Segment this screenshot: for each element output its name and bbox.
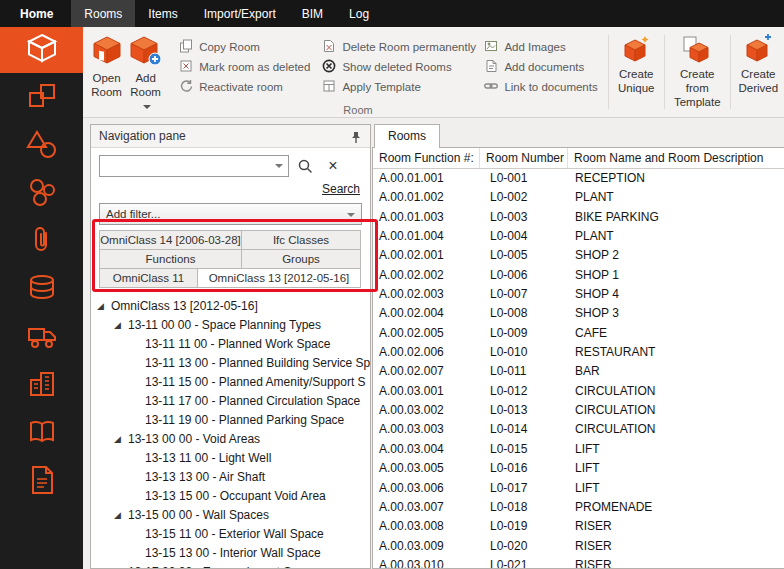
tab-omniclass-13[interactable]: OmniClass 13 [2012-05-16] bbox=[197, 268, 361, 288]
collapse-icon[interactable] bbox=[114, 320, 128, 330]
search-link[interactable]: Search bbox=[322, 182, 360, 196]
table-row[interactable]: A.00.03.006L0-017LIFT bbox=[373, 479, 784, 498]
clear-search-button[interactable]: × bbox=[321, 155, 345, 177]
create-from-template-button[interactable]: Create from Template bbox=[668, 32, 727, 109]
menu-rooms[interactable]: Rooms bbox=[71, 0, 135, 27]
tab-groups[interactable]: Groups bbox=[241, 249, 361, 269]
rail-paperclip-button[interactable] bbox=[0, 219, 83, 265]
tree-item[interactable]: 13-11 00 00 - Space Planning Types bbox=[91, 315, 370, 334]
navigation-pane-header: Navigation pane bbox=[91, 125, 370, 148]
table-row[interactable]: A.00.03.005L0-016LIFT bbox=[373, 459, 784, 478]
column-header-room-name[interactable]: Room Name and Room Description bbox=[568, 148, 784, 168]
tree-item[interactable]: 13-11 19 00 - Planned Parking Space bbox=[91, 410, 370, 429]
navigation-pane: Navigation pane × Search Add filter... bbox=[90, 124, 371, 569]
tab-functions[interactable]: Functions bbox=[99, 249, 242, 269]
tree-item[interactable]: 13-15 00 00 - Wall Spaces bbox=[91, 505, 370, 524]
ribbon-action-column-2: Delete Room permanently Show deleted Roo… bbox=[322, 32, 472, 95]
delete-room-permanently-button[interactable]: Delete Room permanently bbox=[322, 39, 472, 55]
create-unique-button[interactable]: Create Unique bbox=[612, 32, 661, 95]
menu-log[interactable]: Log bbox=[336, 0, 382, 27]
rail-document-button[interactable] bbox=[0, 459, 83, 505]
rail-items-button[interactable] bbox=[0, 75, 83, 121]
table-row[interactable]: A.00.03.009L0-020RISER bbox=[373, 537, 784, 556]
tree-item[interactable]: 13-13 13 00 - Air Shaft bbox=[91, 467, 370, 486]
add-documents-button[interactable]: Add documents bbox=[484, 59, 597, 75]
tree-item[interactable]: OmniClass 13 [2012-05-16] bbox=[91, 296, 370, 315]
add-room-button[interactable]: Add Room bbox=[128, 32, 163, 113]
column-header-room-function[interactable]: Room Function #: bbox=[373, 148, 480, 168]
open-room-label-line1: Open bbox=[92, 71, 120, 85]
reactivate-icon bbox=[179, 79, 193, 95]
table-row[interactable]: A.00.02.007L0-011BAR bbox=[373, 362, 784, 381]
tree-item[interactable]: 13-15 13 00 - Interior Wall Space bbox=[91, 543, 370, 562]
tree-item[interactable]: 13-17 00 00 - Encroachment Spaces bbox=[91, 562, 370, 569]
table-row[interactable]: A.00.02.003L0-007SHOP 4 bbox=[373, 285, 784, 304]
rail-spheres-button[interactable] bbox=[0, 171, 83, 217]
show-deleted-rooms-button[interactable]: Show deleted Rooms bbox=[322, 59, 472, 75]
table-row[interactable]: A.00.01.003L0-003BIKE PARKING bbox=[373, 208, 784, 227]
table-cell: A.00.03.010 bbox=[373, 556, 480, 569]
table-row[interactable]: A.00.03.008L0-019RISER bbox=[373, 517, 784, 536]
reactivate-room-button[interactable]: Reactivate room bbox=[179, 79, 310, 95]
rail-rooms-button[interactable] bbox=[0, 27, 83, 73]
table-row[interactable]: A.00.03.002L0-013CIRCULATION bbox=[373, 401, 784, 420]
tab-omniclass-11[interactable]: OmniClass 11 bbox=[99, 268, 198, 288]
tree-item[interactable]: 13-15 11 00 - Exterior Wall Space bbox=[91, 524, 370, 543]
menu-home[interactable]: Home bbox=[0, 0, 71, 27]
copy-room-button[interactable]: Copy Room bbox=[179, 39, 310, 55]
tree-item-label: 13-11 15 00 - Planned Amenity/Support S bbox=[145, 375, 366, 389]
search-button[interactable] bbox=[293, 155, 317, 177]
tree-item[interactable]: 13-13 00 00 - Void Areas bbox=[91, 429, 370, 448]
rail-shapes-button[interactable] bbox=[0, 123, 83, 169]
table-row[interactable]: A.00.03.004L0-015LIFT bbox=[373, 440, 784, 459]
add-images-button[interactable]: Add Images bbox=[484, 39, 597, 55]
tree-item-label: 13-13 11 00 - Light Well bbox=[145, 451, 271, 465]
table-row[interactable]: A.00.02.001L0-005SHOP 2 bbox=[373, 246, 784, 265]
open-room-button[interactable]: Open Room bbox=[89, 32, 124, 99]
table-row[interactable]: A.00.02.006L0-010RESTAURANT bbox=[373, 343, 784, 362]
tree-item[interactable]: 13-13 15 00 - Occupant Void Area bbox=[91, 486, 370, 505]
search-input[interactable] bbox=[99, 155, 289, 177]
rooms-table-header: Room Function #: Room Number Room Name a… bbox=[373, 148, 784, 169]
table-row[interactable]: A.00.03.010L0-021RISER bbox=[373, 556, 784, 569]
collapse-icon[interactable] bbox=[114, 510, 128, 520]
tab-ifc-classes[interactable]: Ifc Classes bbox=[241, 230, 361, 250]
add-filter-dropdown[interactable]: Add filter... bbox=[99, 203, 362, 225]
menu-bim[interactable]: BIM bbox=[289, 0, 336, 27]
table-row[interactable]: A.00.01.001L0-001RECEPTION bbox=[373, 169, 784, 188]
table-row[interactable]: A.00.03.001L0-012CIRCULATION bbox=[373, 382, 784, 401]
table-cell: L0-021 bbox=[480, 556, 568, 569]
search-combo-chevron-icon[interactable] bbox=[275, 164, 283, 168]
link-to-documents-button[interactable]: Link to documents bbox=[484, 79, 597, 95]
rooms-list-tab[interactable]: Rooms bbox=[374, 124, 440, 148]
tree-item[interactable]: 13-11 13 00 - Planned Building Service S… bbox=[91, 353, 370, 372]
table-row[interactable]: A.00.02.002L0-006SHOP 1 bbox=[373, 266, 784, 285]
menu-import-export[interactable]: Import/Export bbox=[191, 0, 289, 27]
tab-omniclass-14[interactable]: OmniClass 14 [2006-03-28] bbox=[99, 230, 242, 250]
column-header-room-number[interactable]: Room Number bbox=[480, 148, 568, 168]
search-icon bbox=[298, 159, 313, 174]
table-row[interactable]: A.00.01.002L0-002PLANT bbox=[373, 188, 784, 207]
tree-item[interactable]: 13-13 11 00 - Light Well bbox=[91, 448, 370, 467]
pin-button[interactable] bbox=[348, 129, 364, 145]
apply-template-button[interactable]: Apply Template bbox=[322, 79, 472, 95]
rail-book-button[interactable] bbox=[0, 411, 83, 457]
table-row[interactable]: A.00.02.004L0-008SHOP 3 bbox=[373, 304, 784, 323]
collapse-icon[interactable] bbox=[114, 434, 128, 444]
mark-room-deleted-button[interactable]: Mark room as deleted bbox=[179, 59, 310, 75]
collapse-icon[interactable] bbox=[97, 301, 111, 311]
table-row[interactable]: A.00.03.007L0-018PROMENADE bbox=[373, 498, 784, 517]
menu-items[interactable]: Items bbox=[135, 0, 190, 27]
rail-building-button[interactable] bbox=[0, 363, 83, 409]
table-row[interactable]: A.00.02.005L0-009CAFE bbox=[373, 324, 784, 343]
rail-truck-button[interactable] bbox=[0, 315, 83, 361]
create-derived-button[interactable]: Create Derived bbox=[734, 32, 783, 95]
table-row[interactable]: A.00.03.003L0-014CIRCULATION bbox=[373, 420, 784, 439]
table-row[interactable]: A.00.01.004L0-004PLANT bbox=[373, 227, 784, 246]
tree-item[interactable]: 13-11 17 00 - Planned Circulation Space bbox=[91, 391, 370, 410]
tree-item[interactable]: 13-11 11 00 - Planned Work Space bbox=[91, 334, 370, 353]
tree-item[interactable]: 13-11 15 00 - Planned Amenity/Support S bbox=[91, 372, 370, 391]
rail-database-button[interactable] bbox=[0, 267, 83, 313]
add-documents-icon bbox=[484, 59, 498, 75]
create-from-template-icon bbox=[682, 34, 712, 67]
